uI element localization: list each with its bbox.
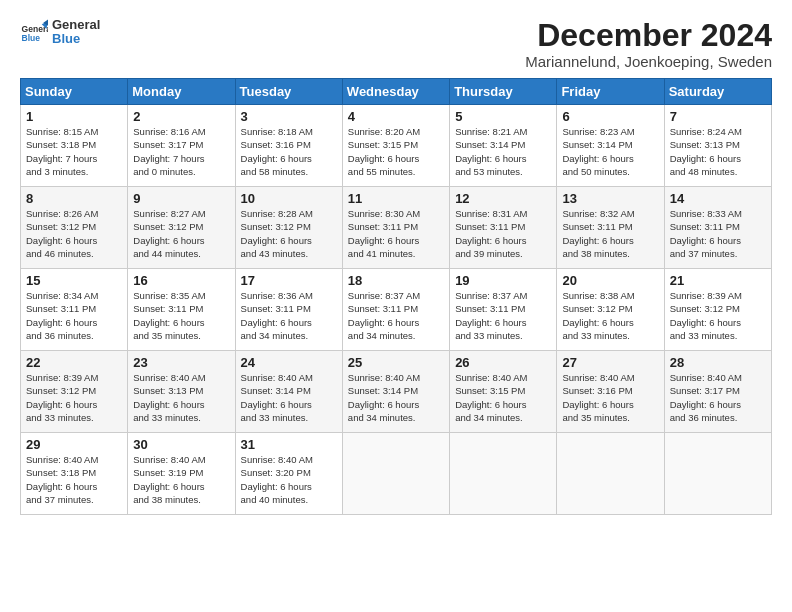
cell-info: Sunrise: 8:30 AM Sunset: 3:11 PM Dayligh…	[348, 207, 444, 260]
calendar-cell: 5Sunrise: 8:21 AM Sunset: 3:14 PM Daylig…	[450, 105, 557, 187]
cell-info: Sunrise: 8:20 AM Sunset: 3:15 PM Dayligh…	[348, 125, 444, 178]
calendar-cell: 18Sunrise: 8:37 AM Sunset: 3:11 PM Dayli…	[342, 269, 449, 351]
cell-info: Sunrise: 8:40 AM Sunset: 3:16 PM Dayligh…	[562, 371, 658, 424]
day-number: 28	[670, 355, 766, 370]
title-block: December 2024 Mariannelund, Joenkoeping,…	[525, 18, 772, 70]
day-number: 18	[348, 273, 444, 288]
cell-info: Sunrise: 8:36 AM Sunset: 3:11 PM Dayligh…	[241, 289, 337, 342]
day-number: 30	[133, 437, 229, 452]
cell-info: Sunrise: 8:40 AM Sunset: 3:17 PM Dayligh…	[670, 371, 766, 424]
calendar-week-5: 29Sunrise: 8:40 AM Sunset: 3:18 PM Dayli…	[21, 433, 772, 515]
col-header-wednesday: Wednesday	[342, 79, 449, 105]
cell-info: Sunrise: 8:38 AM Sunset: 3:12 PM Dayligh…	[562, 289, 658, 342]
calendar-cell	[664, 433, 771, 515]
day-number: 21	[670, 273, 766, 288]
cell-info: Sunrise: 8:39 AM Sunset: 3:12 PM Dayligh…	[670, 289, 766, 342]
calendar-cell: 4Sunrise: 8:20 AM Sunset: 3:15 PM Daylig…	[342, 105, 449, 187]
cell-info: Sunrise: 8:40 AM Sunset: 3:15 PM Dayligh…	[455, 371, 551, 424]
cell-info: Sunrise: 8:28 AM Sunset: 3:12 PM Dayligh…	[241, 207, 337, 260]
logo-icon: General Blue	[20, 18, 48, 46]
logo: General Blue General Blue	[20, 18, 100, 47]
day-number: 14	[670, 191, 766, 206]
calendar-cell: 1Sunrise: 8:15 AM Sunset: 3:18 PM Daylig…	[21, 105, 128, 187]
calendar-cell: 6Sunrise: 8:23 AM Sunset: 3:14 PM Daylig…	[557, 105, 664, 187]
cell-info: Sunrise: 8:40 AM Sunset: 3:18 PM Dayligh…	[26, 453, 122, 506]
calendar-cell: 7Sunrise: 8:24 AM Sunset: 3:13 PM Daylig…	[664, 105, 771, 187]
calendar-week-4: 22Sunrise: 8:39 AM Sunset: 3:12 PM Dayli…	[21, 351, 772, 433]
cell-info: Sunrise: 8:37 AM Sunset: 3:11 PM Dayligh…	[455, 289, 551, 342]
page: General Blue General Blue December 2024 …	[0, 0, 792, 525]
calendar-week-3: 15Sunrise: 8:34 AM Sunset: 3:11 PM Dayli…	[21, 269, 772, 351]
day-number: 26	[455, 355, 551, 370]
day-number: 4	[348, 109, 444, 124]
calendar-cell: 24Sunrise: 8:40 AM Sunset: 3:14 PM Dayli…	[235, 351, 342, 433]
col-header-sunday: Sunday	[21, 79, 128, 105]
cell-info: Sunrise: 8:23 AM Sunset: 3:14 PM Dayligh…	[562, 125, 658, 178]
col-header-saturday: Saturday	[664, 79, 771, 105]
calendar-cell	[450, 433, 557, 515]
calendar-cell: 8Sunrise: 8:26 AM Sunset: 3:12 PM Daylig…	[21, 187, 128, 269]
day-number: 9	[133, 191, 229, 206]
col-header-friday: Friday	[557, 79, 664, 105]
col-header-monday: Monday	[128, 79, 235, 105]
cell-info: Sunrise: 8:33 AM Sunset: 3:11 PM Dayligh…	[670, 207, 766, 260]
calendar-cell: 23Sunrise: 8:40 AM Sunset: 3:13 PM Dayli…	[128, 351, 235, 433]
day-number: 22	[26, 355, 122, 370]
day-number: 3	[241, 109, 337, 124]
cell-info: Sunrise: 8:35 AM Sunset: 3:11 PM Dayligh…	[133, 289, 229, 342]
day-number: 1	[26, 109, 122, 124]
calendar-cell	[557, 433, 664, 515]
cell-info: Sunrise: 8:16 AM Sunset: 3:17 PM Dayligh…	[133, 125, 229, 178]
calendar-cell: 27Sunrise: 8:40 AM Sunset: 3:16 PM Dayli…	[557, 351, 664, 433]
day-number: 27	[562, 355, 658, 370]
calendar-cell: 28Sunrise: 8:40 AM Sunset: 3:17 PM Dayli…	[664, 351, 771, 433]
col-header-thursday: Thursday	[450, 79, 557, 105]
calendar-cell: 22Sunrise: 8:39 AM Sunset: 3:12 PM Dayli…	[21, 351, 128, 433]
main-title: December 2024	[525, 18, 772, 53]
calendar-week-2: 8Sunrise: 8:26 AM Sunset: 3:12 PM Daylig…	[21, 187, 772, 269]
calendar-cell: 26Sunrise: 8:40 AM Sunset: 3:15 PM Dayli…	[450, 351, 557, 433]
day-number: 13	[562, 191, 658, 206]
day-number: 31	[241, 437, 337, 452]
calendar-cell: 10Sunrise: 8:28 AM Sunset: 3:12 PM Dayli…	[235, 187, 342, 269]
day-number: 6	[562, 109, 658, 124]
cell-info: Sunrise: 8:40 AM Sunset: 3:13 PM Dayligh…	[133, 371, 229, 424]
day-number: 15	[26, 273, 122, 288]
cell-info: Sunrise: 8:26 AM Sunset: 3:12 PM Dayligh…	[26, 207, 122, 260]
calendar-cell: 16Sunrise: 8:35 AM Sunset: 3:11 PM Dayli…	[128, 269, 235, 351]
day-number: 17	[241, 273, 337, 288]
cell-info: Sunrise: 8:27 AM Sunset: 3:12 PM Dayligh…	[133, 207, 229, 260]
day-number: 25	[348, 355, 444, 370]
calendar-cell: 13Sunrise: 8:32 AM Sunset: 3:11 PM Dayli…	[557, 187, 664, 269]
day-number: 23	[133, 355, 229, 370]
cell-info: Sunrise: 8:34 AM Sunset: 3:11 PM Dayligh…	[26, 289, 122, 342]
calendar-cell: 3Sunrise: 8:18 AM Sunset: 3:16 PM Daylig…	[235, 105, 342, 187]
calendar-cell: 14Sunrise: 8:33 AM Sunset: 3:11 PM Dayli…	[664, 187, 771, 269]
cell-info: Sunrise: 8:32 AM Sunset: 3:11 PM Dayligh…	[562, 207, 658, 260]
calendar-cell: 9Sunrise: 8:27 AM Sunset: 3:12 PM Daylig…	[128, 187, 235, 269]
day-number: 5	[455, 109, 551, 124]
day-number: 24	[241, 355, 337, 370]
cell-info: Sunrise: 8:40 AM Sunset: 3:14 PM Dayligh…	[241, 371, 337, 424]
calendar-cell: 20Sunrise: 8:38 AM Sunset: 3:12 PM Dayli…	[557, 269, 664, 351]
day-number: 29	[26, 437, 122, 452]
day-number: 20	[562, 273, 658, 288]
day-number: 19	[455, 273, 551, 288]
cell-info: Sunrise: 8:18 AM Sunset: 3:16 PM Dayligh…	[241, 125, 337, 178]
day-number: 11	[348, 191, 444, 206]
calendar-cell: 2Sunrise: 8:16 AM Sunset: 3:17 PM Daylig…	[128, 105, 235, 187]
logo-blue: Blue	[52, 32, 100, 46]
cell-info: Sunrise: 8:31 AM Sunset: 3:11 PM Dayligh…	[455, 207, 551, 260]
calendar-week-1: 1Sunrise: 8:15 AM Sunset: 3:18 PM Daylig…	[21, 105, 772, 187]
day-number: 10	[241, 191, 337, 206]
calendar-cell: 17Sunrise: 8:36 AM Sunset: 3:11 PM Dayli…	[235, 269, 342, 351]
cell-info: Sunrise: 8:37 AM Sunset: 3:11 PM Dayligh…	[348, 289, 444, 342]
cell-info: Sunrise: 8:15 AM Sunset: 3:18 PM Dayligh…	[26, 125, 122, 178]
cell-info: Sunrise: 8:40 AM Sunset: 3:20 PM Dayligh…	[241, 453, 337, 506]
calendar-cell: 12Sunrise: 8:31 AM Sunset: 3:11 PM Dayli…	[450, 187, 557, 269]
cell-info: Sunrise: 8:21 AM Sunset: 3:14 PM Dayligh…	[455, 125, 551, 178]
logo-general: General	[52, 18, 100, 32]
col-header-tuesday: Tuesday	[235, 79, 342, 105]
calendar-cell: 15Sunrise: 8:34 AM Sunset: 3:11 PM Dayli…	[21, 269, 128, 351]
calendar-cell: 21Sunrise: 8:39 AM Sunset: 3:12 PM Dayli…	[664, 269, 771, 351]
